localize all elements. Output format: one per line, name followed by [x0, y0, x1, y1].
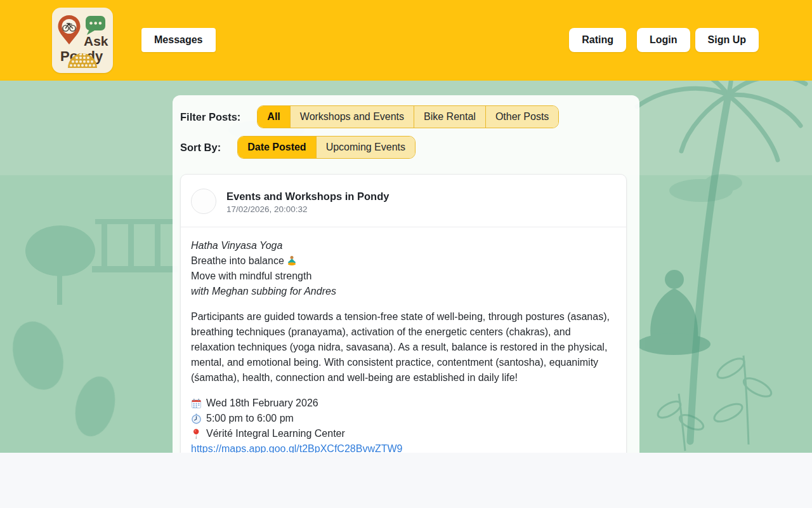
filter-option-workshops-and-events[interactable]: Workshops and Events	[291, 106, 414, 128]
pin-icon	[191, 429, 202, 439]
post-intro-line: Hatha Vinyasa Yoga	[191, 238, 616, 253]
meditating-person-icon	[287, 255, 297, 266]
sort-by-row: Sort By: Date Posted Upcoming Events	[180, 136, 632, 159]
filter-option-all[interactable]: All	[258, 106, 290, 128]
filter-posts-group: All Workshops and Events Bike Rental Oth…	[257, 105, 559, 128]
messages-button[interactable]: Messages	[141, 28, 216, 52]
login-button[interactable]: Login	[637, 28, 690, 52]
filter-posts-label: Filter Posts:	[180, 111, 240, 123]
chat-bubble-icon	[86, 16, 105, 35]
event-location-line: Vérité Integral Learning Center	[191, 426, 616, 441]
sort-option-upcoming-events[interactable]: Upcoming Events	[317, 137, 415, 158]
avatar	[191, 189, 216, 214]
post-intro-line: Move with mindful strength	[191, 269, 616, 284]
post-body: Hatha Vinyasa Yoga Breathe into balance …	[181, 227, 626, 467]
content-panel: Filter Posts: All Workshops and Events B…	[173, 95, 639, 508]
event-date-line: Wed 18th February 2026	[191, 396, 616, 411]
sort-option-date-posted[interactable]: Date Posted	[238, 137, 316, 158]
clock-icon	[191, 413, 202, 424]
filter-option-bike-rental[interactable]: Bike Rental	[414, 106, 486, 128]
sort-by-group: Date Posted Upcoming Events	[237, 136, 416, 159]
app-header: Ask Pondy Messages Rating Login Sign Up	[0, 0, 812, 81]
post-timestamp: 17/02/2026, 20:00:32	[226, 204, 389, 214]
event-location-text: Vérité Integral Learning Center	[206, 426, 345, 441]
event-time-line: 5:00 pm to 6:00 pm	[191, 411, 616, 426]
header-right-nav: Rating Login Sign Up	[569, 28, 759, 52]
footer-strip	[0, 453, 812, 508]
calendar-icon	[191, 398, 202, 409]
sign-up-button[interactable]: Sign Up	[695, 28, 759, 52]
filter-option-other-posts[interactable]: Other Posts	[486, 106, 558, 128]
post-author-title: Events and Workshops in Pondy	[226, 189, 389, 203]
bike-pin-icon	[58, 15, 81, 44]
post-card: Events and Workshops in Pondy 17/02/2026…	[180, 174, 627, 467]
askpondy-logo[interactable]: Ask Pondy	[52, 8, 113, 73]
post-intro-line: Breathe into balance	[191, 253, 616, 269]
event-details: Wed 18th February 2026 5:00 pm to 6:00 p…	[191, 396, 616, 457]
filter-posts-row: Filter Posts: All Workshops and Events B…	[180, 105, 632, 128]
event-time-text: 5:00 pm to 6:00 pm	[206, 411, 294, 426]
rating-button[interactable]: Rating	[569, 28, 626, 52]
post-intro-line: with Meghan subbing for Andres	[191, 284, 616, 299]
logo-text-line1: Ask	[84, 34, 108, 48]
sort-by-label: Sort By:	[180, 142, 221, 154]
post-header: Events and Workshops in Pondy 17/02/2026…	[181, 175, 626, 227]
post-paragraph: Participants are guided towards a tensio…	[191, 309, 616, 385]
event-date-text: Wed 18th February 2026	[206, 396, 318, 411]
